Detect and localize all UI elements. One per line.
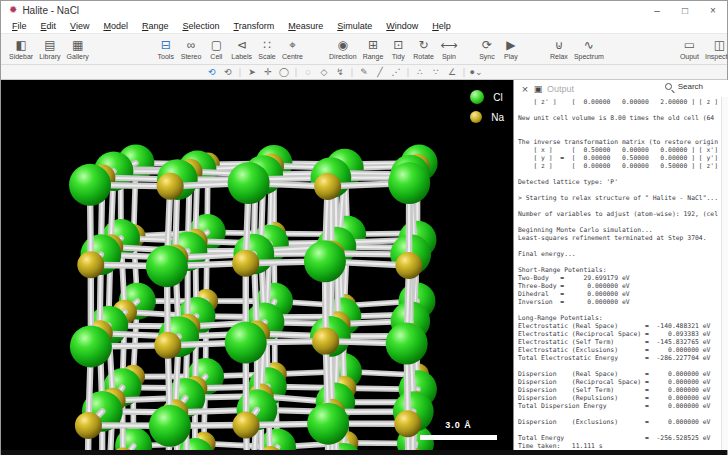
atom-cl[interactable] bbox=[388, 162, 430, 204]
minimize-button[interactable]: – bbox=[643, 1, 671, 19]
spin-label: Spin bbox=[442, 52, 456, 61]
bond-edit-icon[interactable]: ✎ bbox=[356, 65, 372, 79]
output-console[interactable]: [ z' ] [ 0.00000 0.00000 2.00000 ] [ z ]… bbox=[514, 97, 718, 449]
menu-help[interactable]: Help bbox=[425, 19, 458, 33]
atom-cl[interactable] bbox=[70, 325, 112, 367]
select-cursor-icon[interactable]: ➤ bbox=[244, 65, 260, 79]
close-button[interactable]: × bbox=[699, 1, 727, 19]
atom-cl[interactable] bbox=[69, 164, 111, 206]
atom-style-menu-icon[interactable]: ●⌄ bbox=[468, 65, 484, 79]
atom-cl[interactable] bbox=[304, 240, 346, 282]
rotate-mode-icon[interactable]: ⟲ bbox=[204, 65, 220, 79]
cell-icon: ▢ bbox=[211, 38, 222, 52]
atom-na[interactable] bbox=[233, 412, 260, 439]
atom-cl[interactable] bbox=[225, 322, 267, 364]
tool-strip: ⟲⟲|➤✛◯|◌◇↯|✎╱⋰|∴∵∠|●⌄ bbox=[1, 65, 727, 80]
crystal-structure[interactable] bbox=[1, 80, 513, 450]
bond-line-icon[interactable]: ╱ bbox=[372, 65, 388, 79]
direction-icon: ◉ bbox=[338, 38, 348, 52]
scale-button[interactable]: ∷Scale bbox=[256, 38, 278, 61]
move-icon[interactable]: ✛ bbox=[260, 65, 276, 79]
play-label: Play bbox=[504, 52, 518, 61]
element-legend: ClNa bbox=[470, 90, 504, 130]
sync-button[interactable]: ⟳Sync bbox=[476, 38, 498, 61]
rotate-button[interactable]: ↻Rotate bbox=[411, 38, 436, 61]
content-area: ClNa 3.0 Å × ▣ Output Search [ z' ] [ 0.… bbox=[1, 80, 727, 450]
menu-window[interactable]: Window bbox=[379, 19, 425, 33]
atom-na[interactable] bbox=[75, 412, 102, 439]
menu-selection[interactable]: Selection bbox=[175, 19, 226, 33]
menu-simulate[interactable]: Simulate bbox=[330, 19, 379, 33]
legend-label-na: Na bbox=[491, 112, 504, 123]
spin-button[interactable]: ⟷Spin bbox=[438, 38, 460, 61]
gallery-button[interactable]: ▦Gallery bbox=[65, 38, 91, 61]
toolbar-group-2: ◉Direction⊞Range⊡Tidy↻Rotate⟷Spin bbox=[326, 38, 461, 61]
strip-separator: | bbox=[460, 65, 468, 79]
sidebar-icon: ◧ bbox=[15, 38, 26, 52]
menu-model[interactable]: Model bbox=[96, 19, 135, 33]
relax-button[interactable]: ⊍Relax bbox=[548, 38, 570, 61]
range-button[interactable]: ⊞Range bbox=[361, 38, 386, 61]
rotate-alt-icon[interactable]: ⟲ bbox=[220, 65, 236, 79]
window-title: Halite - NaCl bbox=[22, 5, 79, 16]
tools-button[interactable]: ⊟Tools bbox=[155, 38, 177, 61]
crystal-viewport[interactable]: ClNa 3.0 Å bbox=[1, 80, 513, 450]
toolbar-group-1: ⊟Tools∞Stereo▢Cell⊲Labels∷Scale⌖Centre bbox=[154, 38, 306, 61]
lightning-select-icon[interactable]: ↯ bbox=[332, 65, 348, 79]
centre-button[interactable]: ⌖Centre bbox=[280, 38, 305, 61]
measure-cluster-icon[interactable]: ∵ bbox=[428, 65, 444, 79]
atom-cl[interactable] bbox=[307, 403, 349, 445]
spectrum-button[interactable]: ∿Spectrum bbox=[572, 38, 606, 61]
labels-button[interactable]: ⊲Labels bbox=[229, 38, 254, 61]
atom-cl[interactable] bbox=[146, 245, 188, 287]
toolbar-group-3: ⟳Sync▶Play bbox=[475, 38, 523, 61]
maximize-button[interactable]: □ bbox=[671, 1, 699, 19]
toolbar-group-5: ▭Ouput◫Inspector bbox=[677, 38, 728, 61]
tidy-icon: ⊡ bbox=[393, 38, 403, 52]
menu-view[interactable]: View bbox=[63, 19, 96, 33]
menu-edit[interactable]: Edit bbox=[34, 19, 64, 33]
ouput-button[interactable]: ▭Ouput bbox=[678, 38, 701, 61]
polygon-select-icon[interactable]: ◇ bbox=[316, 65, 332, 79]
atom-na[interactable] bbox=[157, 173, 184, 200]
atom-cl[interactable] bbox=[149, 405, 191, 447]
atom-na[interactable] bbox=[154, 332, 181, 359]
library-button[interactable]: ▤Library bbox=[37, 38, 62, 61]
labels-icon: ⊲ bbox=[237, 38, 247, 52]
search-control[interactable]: Search bbox=[665, 82, 703, 91]
atom-na[interactable] bbox=[395, 252, 422, 279]
atom-na[interactable] bbox=[394, 410, 421, 437]
output-scrollbar[interactable] bbox=[721, 97, 728, 450]
zoom-icon[interactable]: ◯ bbox=[276, 65, 292, 79]
measure-distance-icon[interactable]: ∴ bbox=[412, 65, 428, 79]
ouput-label: Ouput bbox=[680, 52, 699, 61]
cell-button[interactable]: ▢Cell bbox=[205, 38, 227, 61]
panel-dock-icon[interactable]: ▣ bbox=[531, 84, 545, 94]
stereo-button[interactable]: ∞Stereo bbox=[179, 38, 204, 61]
atom-na[interactable] bbox=[314, 173, 341, 200]
tidy-button[interactable]: ⊡Tidy bbox=[387, 38, 409, 61]
atom-cl[interactable] bbox=[386, 323, 428, 365]
legend-item-na: Na bbox=[470, 111, 504, 123]
atom-na[interactable] bbox=[77, 251, 104, 278]
inspector-button[interactable]: ◫Inspector bbox=[703, 38, 728, 61]
close-icon[interactable]: × bbox=[519, 83, 531, 95]
measure-angle-icon[interactable]: ∠ bbox=[444, 65, 460, 79]
menu-range[interactable]: Range bbox=[135, 19, 176, 33]
menu-measure[interactable]: Measure bbox=[281, 19, 330, 33]
inspector-label: Inspector bbox=[705, 52, 728, 61]
bond-multi-icon[interactable]: ⋰ bbox=[388, 65, 404, 79]
output-panel-header: × ▣ Output Search bbox=[514, 80, 728, 97]
play-button[interactable]: ▶Play bbox=[500, 38, 522, 61]
sidebar-button[interactable]: ◧Sidebar bbox=[7, 38, 35, 61]
window-bottom-edge bbox=[1, 450, 727, 455]
atom-na[interactable] bbox=[232, 250, 259, 277]
lasso-icon[interactable]: ◌ bbox=[300, 65, 316, 79]
atom-cl[interactable] bbox=[228, 162, 270, 204]
menu-transform[interactable]: Transform bbox=[227, 19, 282, 33]
atom-na[interactable] bbox=[312, 328, 339, 355]
menu-file[interactable]: File bbox=[5, 19, 34, 33]
direction-button[interactable]: ◉Direction bbox=[327, 38, 359, 61]
legend-item-cl: Cl bbox=[470, 90, 504, 104]
gallery-icon: ▦ bbox=[72, 38, 83, 52]
